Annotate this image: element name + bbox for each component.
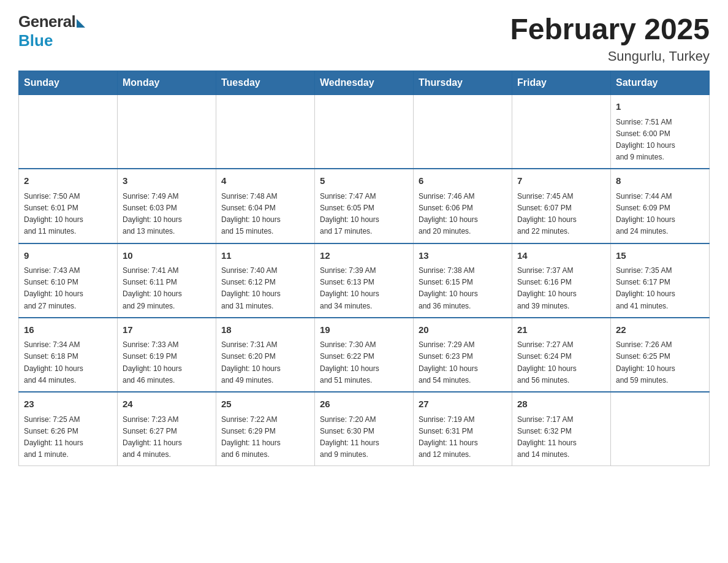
day-info: Sunrise: 7:45 AMSunset: 6:07 PMDaylight:… bbox=[517, 191, 605, 238]
calendar-cell: 20Sunrise: 7:29 AMSunset: 6:23 PMDayligh… bbox=[414, 318, 512, 392]
day-number: 20 bbox=[419, 323, 507, 337]
day-number: 15 bbox=[616, 249, 704, 263]
header-thursday: Thursday bbox=[414, 71, 512, 95]
logo-blue-text: Blue bbox=[18, 31, 53, 50]
day-info: Sunrise: 7:25 AMSunset: 6:26 PMDaylight:… bbox=[24, 414, 112, 461]
day-info: Sunrise: 7:23 AMSunset: 6:27 PMDaylight:… bbox=[123, 414, 211, 461]
page-header: General Blue February 2025 Sungurlu, Tur… bbox=[18, 12, 710, 64]
calendar-cell bbox=[216, 95, 315, 169]
day-info: Sunrise: 7:39 AMSunset: 6:13 PMDaylight:… bbox=[320, 265, 408, 312]
day-number: 26 bbox=[320, 397, 408, 412]
calendar-cell: 25Sunrise: 7:22 AMSunset: 6:29 PMDayligh… bbox=[216, 392, 315, 466]
calendar-cell: 4Sunrise: 7:48 AMSunset: 6:04 PMDaylight… bbox=[216, 169, 315, 243]
title-area: February 2025 Sungurlu, Turkey bbox=[510, 12, 710, 64]
calendar-cell: 9Sunrise: 7:43 AMSunset: 6:10 PMDaylight… bbox=[19, 243, 118, 318]
day-info: Sunrise: 7:20 AMSunset: 6:30 PMDaylight:… bbox=[320, 414, 408, 461]
day-number: 6 bbox=[419, 174, 507, 188]
day-number: 7 bbox=[517, 174, 605, 188]
day-info: Sunrise: 7:48 AMSunset: 6:04 PMDaylight:… bbox=[221, 191, 309, 238]
header-saturday: Saturday bbox=[611, 71, 710, 95]
day-info: Sunrise: 7:27 AMSunset: 6:24 PMDaylight:… bbox=[517, 339, 605, 386]
day-info: Sunrise: 7:46 AMSunset: 6:06 PMDaylight:… bbox=[419, 191, 507, 238]
day-number: 10 bbox=[123, 249, 211, 263]
day-number: 17 bbox=[123, 323, 211, 337]
calendar-cell: 21Sunrise: 7:27 AMSunset: 6:24 PMDayligh… bbox=[512, 318, 611, 392]
day-number: 19 bbox=[320, 323, 408, 337]
calendar-cell bbox=[414, 95, 512, 169]
day-number: 13 bbox=[419, 249, 507, 263]
day-info: Sunrise: 7:30 AMSunset: 6:22 PMDaylight:… bbox=[320, 339, 408, 386]
day-number: 25 bbox=[221, 397, 309, 412]
calendar-cell: 6Sunrise: 7:46 AMSunset: 6:06 PMDaylight… bbox=[414, 169, 512, 243]
day-info: Sunrise: 7:43 AMSunset: 6:10 PMDaylight:… bbox=[24, 265, 112, 312]
calendar-cell: 17Sunrise: 7:33 AMSunset: 6:19 PMDayligh… bbox=[118, 318, 216, 392]
calendar-week-5: 23Sunrise: 7:25 AMSunset: 6:26 PMDayligh… bbox=[19, 392, 710, 466]
calendar-cell: 28Sunrise: 7:17 AMSunset: 6:32 PMDayligh… bbox=[512, 392, 611, 466]
header-wednesday: Wednesday bbox=[315, 71, 414, 95]
day-info: Sunrise: 7:50 AMSunset: 6:01 PMDaylight:… bbox=[24, 191, 112, 238]
calendar-cell: 5Sunrise: 7:47 AMSunset: 6:05 PMDaylight… bbox=[315, 169, 414, 243]
day-number: 28 bbox=[517, 397, 605, 412]
calendar-cell: 23Sunrise: 7:25 AMSunset: 6:26 PMDayligh… bbox=[19, 392, 118, 466]
day-number: 3 bbox=[123, 174, 211, 188]
day-info: Sunrise: 7:33 AMSunset: 6:19 PMDaylight:… bbox=[123, 339, 211, 386]
page-subtitle: Sungurlu, Turkey bbox=[510, 48, 710, 64]
calendar-cell: 18Sunrise: 7:31 AMSunset: 6:20 PMDayligh… bbox=[216, 318, 315, 392]
day-number: 14 bbox=[517, 249, 605, 263]
day-number: 4 bbox=[221, 174, 309, 188]
day-number: 23 bbox=[24, 397, 112, 412]
calendar-cell: 16Sunrise: 7:34 AMSunset: 6:18 PMDayligh… bbox=[19, 318, 118, 392]
page-title: February 2025 bbox=[510, 12, 710, 46]
calendar-table: Sunday Monday Tuesday Wednesday Thursday… bbox=[18, 71, 710, 466]
calendar-cell: 3Sunrise: 7:49 AMSunset: 6:03 PMDaylight… bbox=[118, 169, 216, 243]
logo-arrow-icon bbox=[77, 19, 85, 28]
calendar-cell bbox=[512, 95, 611, 169]
day-number: 2 bbox=[24, 174, 112, 188]
day-number: 21 bbox=[517, 323, 605, 337]
calendar-week-3: 9Sunrise: 7:43 AMSunset: 6:10 PMDaylight… bbox=[19, 243, 710, 318]
day-info: Sunrise: 7:47 AMSunset: 6:05 PMDaylight:… bbox=[320, 191, 408, 238]
day-info: Sunrise: 7:44 AMSunset: 6:09 PMDaylight:… bbox=[616, 191, 704, 238]
day-info: Sunrise: 7:40 AMSunset: 6:12 PMDaylight:… bbox=[221, 265, 309, 312]
calendar-week-2: 2Sunrise: 7:50 AMSunset: 6:01 PMDaylight… bbox=[19, 169, 710, 243]
calendar-cell bbox=[118, 95, 216, 169]
calendar-week-4: 16Sunrise: 7:34 AMSunset: 6:18 PMDayligh… bbox=[19, 318, 710, 392]
calendar-cell: 14Sunrise: 7:37 AMSunset: 6:16 PMDayligh… bbox=[512, 243, 611, 318]
day-info: Sunrise: 7:41 AMSunset: 6:11 PMDaylight:… bbox=[123, 265, 211, 312]
calendar-cell bbox=[611, 392, 710, 466]
day-number: 5 bbox=[320, 174, 408, 188]
day-number: 16 bbox=[24, 323, 112, 337]
calendar-cell: 12Sunrise: 7:39 AMSunset: 6:13 PMDayligh… bbox=[315, 243, 414, 318]
day-info: Sunrise: 7:51 AMSunset: 6:00 PMDaylight:… bbox=[616, 117, 704, 164]
day-info: Sunrise: 7:26 AMSunset: 6:25 PMDaylight:… bbox=[616, 339, 704, 386]
calendar-cell: 8Sunrise: 7:44 AMSunset: 6:09 PMDaylight… bbox=[611, 169, 710, 243]
calendar-cell: 22Sunrise: 7:26 AMSunset: 6:25 PMDayligh… bbox=[611, 318, 710, 392]
calendar-cell: 13Sunrise: 7:38 AMSunset: 6:15 PMDayligh… bbox=[414, 243, 512, 318]
calendar-cell: 1Sunrise: 7:51 AMSunset: 6:00 PMDaylight… bbox=[611, 95, 710, 169]
day-info: Sunrise: 7:38 AMSunset: 6:15 PMDaylight:… bbox=[419, 265, 507, 312]
header-monday: Monday bbox=[118, 71, 216, 95]
day-info: Sunrise: 7:17 AMSunset: 6:32 PMDaylight:… bbox=[517, 414, 605, 461]
day-info: Sunrise: 7:37 AMSunset: 6:16 PMDaylight:… bbox=[517, 265, 605, 312]
calendar-header-row: Sunday Monday Tuesday Wednesday Thursday… bbox=[19, 71, 710, 95]
day-number: 27 bbox=[419, 397, 507, 412]
day-number: 22 bbox=[616, 323, 704, 337]
calendar-cell: 24Sunrise: 7:23 AMSunset: 6:27 PMDayligh… bbox=[118, 392, 216, 466]
day-info: Sunrise: 7:29 AMSunset: 6:23 PMDaylight:… bbox=[419, 339, 507, 386]
day-number: 18 bbox=[221, 323, 309, 337]
day-info: Sunrise: 7:22 AMSunset: 6:29 PMDaylight:… bbox=[221, 414, 309, 461]
day-number: 12 bbox=[320, 249, 408, 263]
logo-general-text: General bbox=[18, 12, 75, 31]
day-number: 1 bbox=[616, 100, 704, 114]
calendar-cell bbox=[19, 95, 118, 169]
day-number: 11 bbox=[221, 249, 309, 263]
header-sunday: Sunday bbox=[19, 71, 118, 95]
calendar-cell: 2Sunrise: 7:50 AMSunset: 6:01 PMDaylight… bbox=[19, 169, 118, 243]
day-info: Sunrise: 7:49 AMSunset: 6:03 PMDaylight:… bbox=[123, 191, 211, 238]
calendar-week-1: 1Sunrise: 7:51 AMSunset: 6:00 PMDaylight… bbox=[19, 95, 710, 169]
day-info: Sunrise: 7:35 AMSunset: 6:17 PMDaylight:… bbox=[616, 265, 704, 312]
calendar-cell: 19Sunrise: 7:30 AMSunset: 6:22 PMDayligh… bbox=[315, 318, 414, 392]
header-friday: Friday bbox=[512, 71, 611, 95]
calendar-cell: 11Sunrise: 7:40 AMSunset: 6:12 PMDayligh… bbox=[216, 243, 315, 318]
calendar-cell bbox=[315, 95, 414, 169]
